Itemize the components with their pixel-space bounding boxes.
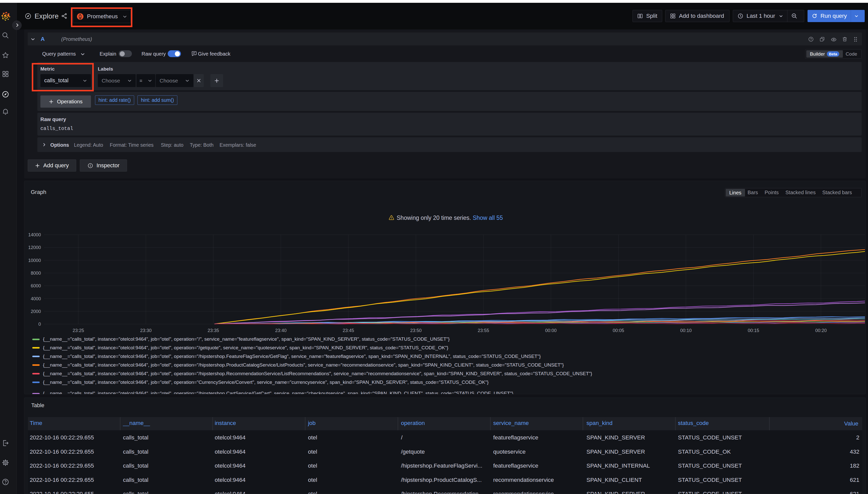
svg-text:23:35: 23:35 — [207, 328, 219, 333]
svg-text:4000: 4000 — [31, 296, 41, 301]
svg-text:23:50: 23:50 — [410, 328, 421, 333]
svg-text:14000: 14000 — [28, 232, 41, 238]
svg-text:23:45: 23:45 — [343, 328, 354, 333]
svg-text:00:15: 00:15 — [748, 328, 759, 333]
svg-text:00:20: 00:20 — [815, 328, 827, 333]
svg-text:00:10: 00:10 — [680, 328, 692, 333]
svg-text:8000: 8000 — [31, 271, 41, 276]
svg-text:23:25: 23:25 — [73, 328, 84, 333]
svg-text:23:30: 23:30 — [140, 328, 151, 333]
svg-text:6000: 6000 — [31, 283, 41, 288]
svg-text:00:05: 00:05 — [613, 328, 624, 333]
svg-text:23:40: 23:40 — [275, 328, 287, 333]
svg-text:12000: 12000 — [28, 245, 41, 250]
svg-text:2000: 2000 — [31, 309, 41, 314]
svg-text:10000: 10000 — [28, 258, 41, 263]
svg-text:0: 0 — [38, 322, 41, 327]
svg-text:23:55: 23:55 — [478, 328, 489, 333]
svg-text:00:00: 00:00 — [545, 328, 557, 333]
